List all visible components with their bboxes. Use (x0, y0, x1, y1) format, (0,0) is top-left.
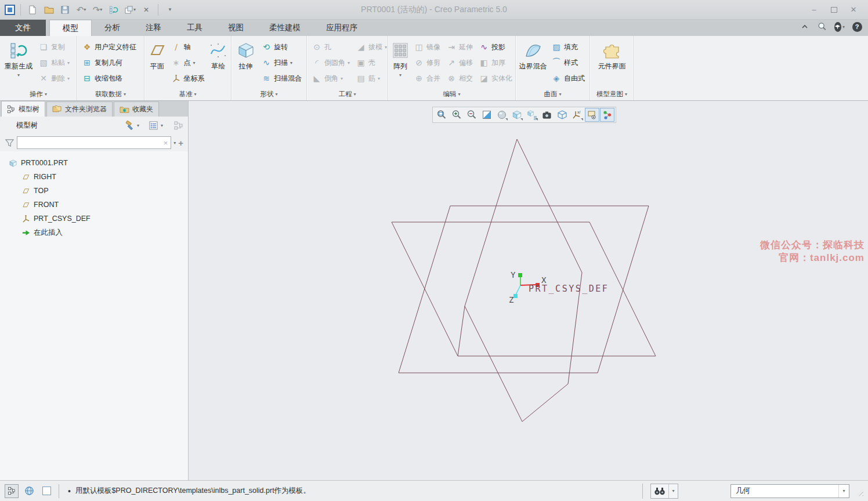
trim-button[interactable]: ⊘修剪 (411, 55, 443, 70)
tree-item-csys[interactable]: PRT_CSYS_DEF (0, 212, 188, 226)
thicken-button[interactable]: ◧加厚 (476, 55, 515, 70)
pattern-button[interactable]: 阵列 ▾ (390, 38, 410, 88)
learning-connector-icon[interactable]: ▾ (834, 21, 845, 32)
zoom-fit-icon[interactable] (434, 108, 449, 122)
intersect-button[interactable]: ⊗相交 (444, 71, 475, 86)
group-label-datum[interactable]: 基准▾ (144, 88, 231, 100)
shell-button[interactable]: ▣壳 (353, 55, 389, 70)
shrinkwrap-button[interactable]: ⊟收缩包络 (79, 71, 139, 86)
add-filter-icon[interactable]: + (178, 138, 183, 148)
save-button[interactable] (59, 3, 71, 16)
offset-button[interactable]: ↗偏移 (444, 55, 475, 70)
shading-style-icon[interactable] (494, 108, 509, 122)
group-label-surfaces[interactable]: 曲面▾ (516, 88, 589, 100)
tab-applications[interactable]: 应用程序 (313, 20, 370, 36)
close-button[interactable]: ✕ (845, 3, 862, 16)
datum-point-button[interactable]: ∗点▾ (169, 55, 207, 70)
tab-tools[interactable]: 工具 (174, 20, 215, 36)
group-label-editing[interactable]: 编辑▾ (388, 88, 515, 100)
tree-settings-button[interactable] (173, 121, 183, 130)
window-switch-button[interactable]: ▾ (124, 3, 136, 16)
maximize-button[interactable] (825, 3, 842, 16)
find-caret[interactable]: ▾ (668, 484, 678, 498)
datum-display-filters-icon[interactable] (570, 108, 584, 122)
extrude-button[interactable]: 拉伸 (234, 38, 258, 88)
chamfer-button[interactable]: ◣倒角▾ (309, 71, 352, 86)
graphics-area[interactable]: YXZPRT_CSYS_DEF 微信公众号：探临科技 官网：tanlkj.com (189, 101, 868, 480)
paste-button[interactable]: ▧粘贴▾ (36, 55, 72, 70)
sketch-button[interactable]: 草绘 (208, 38, 229, 88)
tree-search-input[interactable] (17, 137, 161, 148)
minimize-button[interactable]: – (805, 3, 823, 16)
tree-item-insert-here[interactable]: 在此插入 (0, 226, 188, 239)
spin-center-icon[interactable] (600, 108, 614, 122)
zoom-out-icon[interactable] (464, 108, 479, 122)
tab-model[interactable]: 模型 (49, 20, 92, 36)
tab-annotate[interactable]: 注释 (133, 20, 174, 36)
sweep-button[interactable]: ∿扫描▾ (259, 55, 304, 70)
selection-filter-combo[interactable]: 几何 ▾ (730, 484, 849, 498)
round-button[interactable]: ◜倒圆角▾ (309, 55, 352, 70)
perspective-icon[interactable] (555, 108, 569, 122)
selection-filter-caret[interactable]: ▾ (838, 485, 849, 498)
fill-button[interactable]: ▨填充 (549, 39, 587, 55)
merge-button[interactable]: ⊕合并 (411, 71, 443, 86)
datum-csys-button[interactable]: 坐标系 (169, 71, 207, 86)
saved-orientations-icon[interactable] (525, 108, 539, 122)
redo-button[interactable]: ↷▾ (91, 3, 104, 16)
freestyle-button[interactable]: ◈自由式 (549, 71, 587, 86)
app-icon[interactable] (5, 5, 15, 15)
new-file-button[interactable] (26, 3, 39, 16)
clear-search-icon[interactable]: × (161, 139, 171, 147)
datum-plane-button[interactable]: 平面 (147, 38, 168, 88)
hole-button[interactable]: ⊙孔 (309, 39, 352, 55)
delete-button[interactable]: ✕删除▾ (36, 71, 72, 86)
annotation-display-icon[interactable] (585, 108, 599, 122)
group-label-operations[interactable]: 操作▾ (0, 88, 77, 100)
regenerate-quick-button[interactable] (107, 3, 120, 16)
extend-button[interactable]: ⇥延伸 (444, 39, 475, 55)
tab-model-tree[interactable]: 模型树 (1, 101, 45, 117)
tab-file[interactable]: 文件 (0, 20, 46, 36)
tab-analysis[interactable]: 分析 (92, 20, 133, 36)
tree-item-front-plane[interactable]: FRONT (0, 198, 188, 212)
rib-button[interactable]: ▤筋▾ (353, 71, 389, 86)
component-interface-button[interactable]: 元件界面 (594, 38, 630, 88)
collapse-ribbon-button[interactable] (800, 21, 810, 32)
zoom-in-icon[interactable] (449, 108, 464, 122)
udf-button[interactable]: ❖用户定义特征 (79, 39, 139, 55)
project-button[interactable]: ∿投影 (476, 39, 515, 55)
tab-folder-browser[interactable]: 文件夹浏览器 (46, 101, 113, 117)
tree-filters-caret[interactable]: ▾ (161, 123, 163, 128)
mirror-button[interactable]: ◫镜像 (411, 39, 443, 55)
resize-grip[interactable] (856, 489, 863, 496)
repaint-icon[interactable] (479, 108, 494, 122)
view-manager-icon[interactable] (540, 108, 554, 122)
open-button[interactable] (42, 3, 55, 16)
tree-tools-button[interactable] (125, 121, 135, 130)
undo-button[interactable]: ↶▾ (75, 3, 88, 16)
group-label-shapes[interactable]: 形状▾ (232, 88, 306, 100)
style-button[interactable]: ⌒样式 (549, 55, 587, 70)
toggle-navigator-icon[interactable] (5, 484, 19, 498)
copy-geometry-button[interactable]: ⊞复制几何 (79, 55, 139, 70)
tab-flexible-modeling[interactable]: 柔性建模 (256, 20, 313, 36)
tree-item-right-plane[interactable]: RIGHT (0, 170, 188, 184)
find-icon[interactable] (651, 484, 668, 498)
revolve-button[interactable]: ⟲旋转 (259, 39, 304, 55)
blank-panel-icon[interactable] (39, 484, 53, 498)
draft-button[interactable]: ◢拔模▾ (353, 39, 389, 55)
display-style-icon[interactable] (509, 108, 524, 122)
solidify-button[interactable]: ◪实体化 (476, 71, 515, 86)
customize-qat-button[interactable]: ▼ (164, 3, 176, 16)
group-label-get-data[interactable]: 获取数据▾ (77, 88, 144, 100)
boundary-blend-button[interactable]: 边界混合 (518, 38, 548, 88)
search-icon[interactable] (817, 21, 827, 32)
copy-button[interactable]: ❏复制 (36, 39, 72, 55)
close-window-button[interactable]: ✕ (140, 3, 153, 16)
datum-axis-button[interactable]: ∕轴 (169, 39, 207, 55)
tree-tools-caret[interactable]: ▾ (137, 123, 139, 128)
tree-item-part[interactable]: PRT0001.PRT (0, 156, 188, 170)
tab-view[interactable]: 视图 (215, 20, 256, 36)
web-browser-icon[interactable] (22, 484, 36, 498)
